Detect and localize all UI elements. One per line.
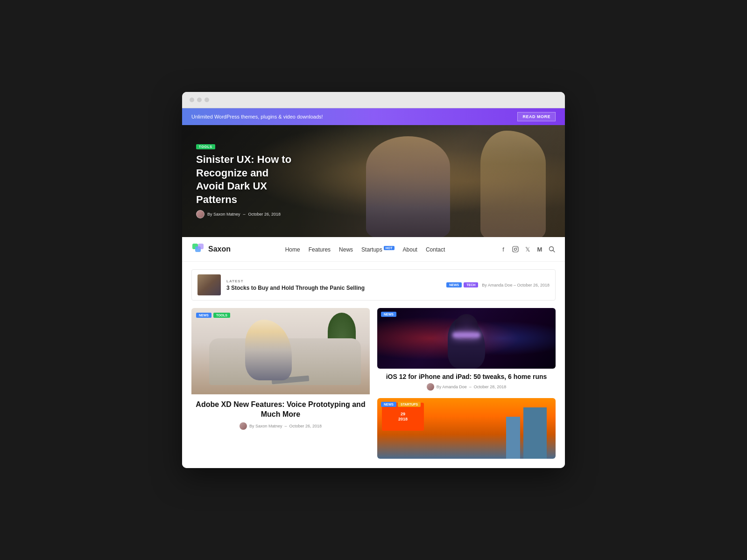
hero-separator: – bbox=[243, 212, 246, 217]
billboard-element: 29 2018 bbox=[382, 403, 424, 431]
article-right-2-image: 29 2018 NEWS STARTUPS bbox=[377, 398, 556, 459]
hero-title: Sinister UX: How to Recognize and Avoid … bbox=[196, 153, 299, 206]
article-left-avatar bbox=[240, 422, 247, 430]
browser-dot-yellow bbox=[197, 98, 202, 102]
article-left-badge-news: NEWS bbox=[196, 313, 211, 318]
nav-item-home[interactable]: Home bbox=[285, 245, 300, 253]
article-left-badge-tools: TOOLS bbox=[213, 313, 230, 318]
latest-tags: NEWS TECH bbox=[446, 282, 478, 287]
article-right-2[interactable]: 29 2018 NEWS STARTUPS bbox=[377, 398, 556, 459]
hot-badge: HOT bbox=[384, 246, 395, 250]
browser-content: Unlimited WordPress themes, plugins & vi… bbox=[182, 108, 565, 468]
nav-item-about[interactable]: About bbox=[403, 245, 417, 253]
neon-background: NEWS bbox=[377, 308, 556, 369]
hero-meta: By Saxon Matney – October 26, 2018 bbox=[196, 210, 299, 218]
article-left-image: NEWS TOOLS bbox=[191, 308, 370, 394]
person-figure bbox=[245, 320, 292, 380]
article-right-2-badge-startups: STARTUPS bbox=[398, 402, 421, 407]
nav-links: Home Features News StartupsHOT About Con… bbox=[285, 245, 445, 253]
brand-logo bbox=[191, 243, 204, 256]
hero-person-right bbox=[480, 131, 546, 237]
latest-banner[interactable]: LATEST 3 Stocks to Buy and Hold Through … bbox=[191, 269, 556, 301]
nav-item-news[interactable]: News bbox=[339, 245, 353, 253]
glasses-glow bbox=[452, 332, 480, 338]
article-right-1-title: iOS 12 for iPhone and iPad: 50 tweaks, 6… bbox=[377, 372, 556, 381]
nav-item-contact[interactable]: Contact bbox=[426, 245, 445, 253]
sofa-background bbox=[191, 308, 370, 394]
latest-author: By Amanda Doe bbox=[482, 283, 512, 287]
article-right-1-date: October 28, 2018 bbox=[474, 385, 507, 389]
building-2 bbox=[523, 407, 547, 459]
latest-date: October 26, 2018 bbox=[517, 283, 550, 287]
hero-avatar bbox=[196, 210, 204, 218]
article-left-author: By Saxon Matney bbox=[249, 424, 282, 428]
nav-link-news[interactable]: News bbox=[339, 246, 353, 253]
search-icon[interactable] bbox=[548, 245, 556, 253]
article-right-2-tags: NEWS STARTUPS bbox=[381, 402, 421, 407]
nav-item-features[interactable]: Features bbox=[309, 245, 331, 253]
banner-text: Unlimited WordPress themes, plugins & vi… bbox=[191, 114, 323, 119]
article-left-date: October 26, 2018 bbox=[289, 424, 322, 428]
hero-section[interactable]: TOOLS Sinister UX: How to Recognize and … bbox=[182, 125, 565, 237]
article-right-1-author: By Amanda Doe bbox=[437, 385, 467, 389]
facebook-icon[interactable]: f bbox=[500, 245, 507, 253]
right-column: NEWS iOS 12 for iPhone and iPad: 50 twea… bbox=[377, 308, 556, 458]
nav-item-startups[interactable]: StartupsHOT bbox=[361, 245, 394, 253]
latest-badge-tech: TECH bbox=[464, 282, 478, 287]
svg-point-5 bbox=[516, 248, 517, 248]
nav-brand: Saxon bbox=[191, 243, 231, 256]
article-right-2-badge-news: NEWS bbox=[381, 402, 396, 407]
latest-content: LATEST 3 Stocks to Buy and Hold Through … bbox=[226, 279, 441, 291]
content-grid: NEWS TOOLS Adobe XD New Features: Voice … bbox=[182, 308, 565, 468]
nav-social-icons: f 𝕏 M bbox=[500, 245, 556, 253]
nav-link-home[interactable]: Home bbox=[285, 246, 300, 253]
latest-title: 3 Stocks to Buy and Hold Through the Pan… bbox=[226, 285, 441, 291]
latest-thumbnail bbox=[197, 274, 221, 295]
browser-dot-red bbox=[190, 98, 194, 102]
banner-read-more-button[interactable]: READ MORE bbox=[517, 112, 556, 121]
article-left-meta: By Saxon Matney – October 26, 2018 bbox=[191, 422, 370, 430]
article-left-title: Adobe XD New Features: Voice Prototyping… bbox=[191, 400, 370, 420]
svg-rect-3 bbox=[513, 246, 518, 252]
article-right-1-tags: NEWS bbox=[381, 312, 396, 317]
instagram-icon[interactable] bbox=[512, 245, 519, 253]
nav-link-about[interactable]: About bbox=[403, 246, 417, 253]
latest-badge-news: NEWS bbox=[446, 282, 462, 287]
browser-window: Unlimited WordPress themes, plugins & vi… bbox=[182, 92, 565, 468]
brand-name: Saxon bbox=[208, 245, 231, 253]
article-right-1-avatar bbox=[427, 383, 434, 391]
article-left[interactable]: NEWS TOOLS Adobe XD New Features: Voice … bbox=[191, 308, 370, 458]
browser-chrome bbox=[182, 92, 565, 108]
city-background: 29 2018 NEWS STARTUPS bbox=[377, 398, 556, 459]
article-right-1[interactable]: NEWS iOS 12 for iPhone and iPad: 50 twea… bbox=[377, 308, 556, 390]
navigation: Saxon Home Features News StartupsHOT Abo… bbox=[182, 237, 565, 262]
hero-content: TOOLS Sinister UX: How to Recognize and … bbox=[196, 141, 299, 218]
latest-thumb-image bbox=[197, 274, 221, 295]
hero-author: By Saxon Matney bbox=[207, 212, 240, 217]
hero-date: October 26, 2018 bbox=[248, 212, 281, 217]
nav-link-contact[interactable]: Contact bbox=[426, 246, 445, 253]
article-right-1-meta: By Amanda Doe – October 28, 2018 bbox=[377, 383, 556, 391]
article-right-1-image: NEWS bbox=[377, 308, 556, 369]
top-banner: Unlimited WordPress themes, plugins & vi… bbox=[182, 108, 565, 125]
article-right-1-sep: – bbox=[469, 385, 472, 389]
article-left-body: Adobe XD New Features: Voice Prototyping… bbox=[191, 394, 370, 435]
twitter-icon[interactable]: 𝕏 bbox=[524, 245, 531, 253]
article-right-1-badge-news: NEWS bbox=[381, 312, 396, 317]
medium-icon[interactable]: M bbox=[536, 245, 543, 253]
svg-line-7 bbox=[553, 251, 555, 252]
building-1 bbox=[506, 417, 520, 459]
hero-tag: TOOLS bbox=[196, 144, 215, 149]
latest-sep: – bbox=[514, 283, 516, 287]
nav-link-startups[interactable]: StartupsHOT bbox=[361, 246, 394, 253]
nav-link-features[interactable]: Features bbox=[309, 246, 331, 253]
browser-dot-green bbox=[204, 98, 209, 102]
article-left-tags: NEWS TOOLS bbox=[196, 313, 230, 318]
latest-meta: NEWS TECH By Amanda Doe – October 26, 20… bbox=[446, 282, 550, 287]
latest-author-date: By Amanda Doe – October 26, 2018 bbox=[482, 283, 550, 287]
article-left-sep: – bbox=[284, 424, 287, 428]
billboard-text: 29 2018 bbox=[398, 412, 408, 422]
hero-person-left bbox=[366, 136, 450, 237]
latest-label: LATEST bbox=[226, 279, 441, 283]
svg-point-4 bbox=[514, 248, 516, 251]
